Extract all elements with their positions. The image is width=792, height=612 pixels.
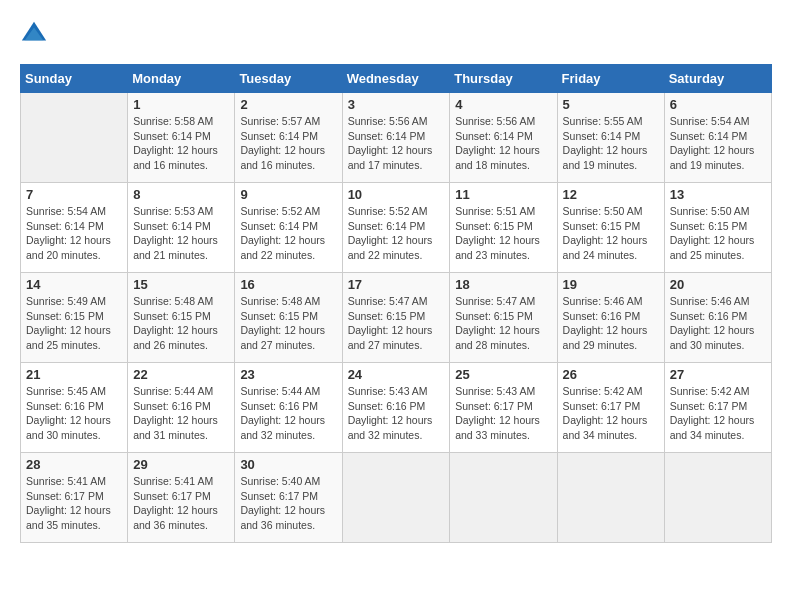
calendar-header: SundayMondayTuesdayWednesdayThursdayFrid… [21,65,772,93]
calendar-day-cell: 4Sunrise: 5:56 AMSunset: 6:14 PMDaylight… [450,93,557,183]
day-info: Sunrise: 5:54 AMSunset: 6:14 PMDaylight:… [26,204,122,263]
day-number: 29 [133,457,229,472]
calendar-day-cell: 10Sunrise: 5:52 AMSunset: 6:14 PMDayligh… [342,183,450,273]
day-info: Sunrise: 5:53 AMSunset: 6:14 PMDaylight:… [133,204,229,263]
day-of-week-header: Monday [128,65,235,93]
day-number: 24 [348,367,445,382]
calendar-day-cell: 6Sunrise: 5:54 AMSunset: 6:14 PMDaylight… [664,93,771,183]
day-info: Sunrise: 5:55 AMSunset: 6:14 PMDaylight:… [563,114,659,173]
day-info: Sunrise: 5:43 AMSunset: 6:17 PMDaylight:… [455,384,551,443]
day-number: 30 [240,457,336,472]
calendar-day-cell: 8Sunrise: 5:53 AMSunset: 6:14 PMDaylight… [128,183,235,273]
calendar-day-cell: 5Sunrise: 5:55 AMSunset: 6:14 PMDaylight… [557,93,664,183]
day-info: Sunrise: 5:54 AMSunset: 6:14 PMDaylight:… [670,114,766,173]
calendar-day-cell [450,453,557,543]
calendar-table: SundayMondayTuesdayWednesdayThursdayFrid… [20,64,772,543]
day-number: 1 [133,97,229,112]
page-header [20,20,772,48]
calendar-day-cell [21,93,128,183]
day-info: Sunrise: 5:41 AMSunset: 6:17 PMDaylight:… [26,474,122,533]
calendar-week-row: 21Sunrise: 5:45 AMSunset: 6:16 PMDayligh… [21,363,772,453]
calendar-week-row: 7Sunrise: 5:54 AMSunset: 6:14 PMDaylight… [21,183,772,273]
day-number: 20 [670,277,766,292]
calendar-day-cell: 22Sunrise: 5:44 AMSunset: 6:16 PMDayligh… [128,363,235,453]
day-number: 8 [133,187,229,202]
day-of-week-header: Thursday [450,65,557,93]
day-info: Sunrise: 5:51 AMSunset: 6:15 PMDaylight:… [455,204,551,263]
calendar-day-cell: 13Sunrise: 5:50 AMSunset: 6:15 PMDayligh… [664,183,771,273]
day-info: Sunrise: 5:58 AMSunset: 6:14 PMDaylight:… [133,114,229,173]
calendar-day-cell: 20Sunrise: 5:46 AMSunset: 6:16 PMDayligh… [664,273,771,363]
days-of-week-row: SundayMondayTuesdayWednesdayThursdayFrid… [21,65,772,93]
day-info: Sunrise: 5:49 AMSunset: 6:15 PMDaylight:… [26,294,122,353]
day-info: Sunrise: 5:46 AMSunset: 6:16 PMDaylight:… [563,294,659,353]
calendar-day-cell: 21Sunrise: 5:45 AMSunset: 6:16 PMDayligh… [21,363,128,453]
day-info: Sunrise: 5:40 AMSunset: 6:17 PMDaylight:… [240,474,336,533]
calendar-day-cell: 28Sunrise: 5:41 AMSunset: 6:17 PMDayligh… [21,453,128,543]
day-number: 6 [670,97,766,112]
calendar-week-row: 28Sunrise: 5:41 AMSunset: 6:17 PMDayligh… [21,453,772,543]
day-number: 4 [455,97,551,112]
day-number: 22 [133,367,229,382]
day-info: Sunrise: 5:47 AMSunset: 6:15 PMDaylight:… [348,294,445,353]
day-number: 10 [348,187,445,202]
day-of-week-header: Tuesday [235,65,342,93]
calendar-day-cell [342,453,450,543]
day-info: Sunrise: 5:43 AMSunset: 6:16 PMDaylight:… [348,384,445,443]
calendar-day-cell: 9Sunrise: 5:52 AMSunset: 6:14 PMDaylight… [235,183,342,273]
day-info: Sunrise: 5:48 AMSunset: 6:15 PMDaylight:… [133,294,229,353]
day-info: Sunrise: 5:50 AMSunset: 6:15 PMDaylight:… [563,204,659,263]
calendar-day-cell: 17Sunrise: 5:47 AMSunset: 6:15 PMDayligh… [342,273,450,363]
calendar-day-cell: 30Sunrise: 5:40 AMSunset: 6:17 PMDayligh… [235,453,342,543]
day-number: 9 [240,187,336,202]
calendar-day-cell: 3Sunrise: 5:56 AMSunset: 6:14 PMDaylight… [342,93,450,183]
day-number: 18 [455,277,551,292]
calendar-day-cell: 7Sunrise: 5:54 AMSunset: 6:14 PMDaylight… [21,183,128,273]
calendar-day-cell: 11Sunrise: 5:51 AMSunset: 6:15 PMDayligh… [450,183,557,273]
calendar-day-cell: 14Sunrise: 5:49 AMSunset: 6:15 PMDayligh… [21,273,128,363]
day-info: Sunrise: 5:47 AMSunset: 6:15 PMDaylight:… [455,294,551,353]
calendar-day-cell: 2Sunrise: 5:57 AMSunset: 6:14 PMDaylight… [235,93,342,183]
calendar-body: 1Sunrise: 5:58 AMSunset: 6:14 PMDaylight… [21,93,772,543]
day-info: Sunrise: 5:41 AMSunset: 6:17 PMDaylight:… [133,474,229,533]
day-of-week-header: Sunday [21,65,128,93]
day-number: 26 [563,367,659,382]
day-number: 21 [26,367,122,382]
day-number: 11 [455,187,551,202]
day-info: Sunrise: 5:46 AMSunset: 6:16 PMDaylight:… [670,294,766,353]
day-number: 5 [563,97,659,112]
calendar-day-cell: 18Sunrise: 5:47 AMSunset: 6:15 PMDayligh… [450,273,557,363]
day-info: Sunrise: 5:45 AMSunset: 6:16 PMDaylight:… [26,384,122,443]
day-info: Sunrise: 5:52 AMSunset: 6:14 PMDaylight:… [348,204,445,263]
day-info: Sunrise: 5:48 AMSunset: 6:15 PMDaylight:… [240,294,336,353]
calendar-day-cell: 1Sunrise: 5:58 AMSunset: 6:14 PMDaylight… [128,93,235,183]
day-number: 15 [133,277,229,292]
calendar-day-cell: 23Sunrise: 5:44 AMSunset: 6:16 PMDayligh… [235,363,342,453]
day-info: Sunrise: 5:44 AMSunset: 6:16 PMDaylight:… [240,384,336,443]
day-number: 28 [26,457,122,472]
calendar-week-row: 1Sunrise: 5:58 AMSunset: 6:14 PMDaylight… [21,93,772,183]
day-number: 2 [240,97,336,112]
day-number: 27 [670,367,766,382]
day-of-week-header: Friday [557,65,664,93]
calendar-day-cell: 19Sunrise: 5:46 AMSunset: 6:16 PMDayligh… [557,273,664,363]
day-number: 14 [26,277,122,292]
calendar-day-cell [664,453,771,543]
calendar-day-cell: 27Sunrise: 5:42 AMSunset: 6:17 PMDayligh… [664,363,771,453]
logo [20,20,52,48]
calendar-day-cell: 29Sunrise: 5:41 AMSunset: 6:17 PMDayligh… [128,453,235,543]
day-of-week-header: Saturday [664,65,771,93]
day-info: Sunrise: 5:57 AMSunset: 6:14 PMDaylight:… [240,114,336,173]
day-info: Sunrise: 5:42 AMSunset: 6:17 PMDaylight:… [563,384,659,443]
day-info: Sunrise: 5:56 AMSunset: 6:14 PMDaylight:… [455,114,551,173]
day-number: 13 [670,187,766,202]
day-info: Sunrise: 5:50 AMSunset: 6:15 PMDaylight:… [670,204,766,263]
day-number: 12 [563,187,659,202]
calendar-week-row: 14Sunrise: 5:49 AMSunset: 6:15 PMDayligh… [21,273,772,363]
logo-icon [20,20,48,48]
calendar-day-cell: 12Sunrise: 5:50 AMSunset: 6:15 PMDayligh… [557,183,664,273]
calendar-day-cell [557,453,664,543]
day-info: Sunrise: 5:52 AMSunset: 6:14 PMDaylight:… [240,204,336,263]
day-number: 23 [240,367,336,382]
day-number: 19 [563,277,659,292]
